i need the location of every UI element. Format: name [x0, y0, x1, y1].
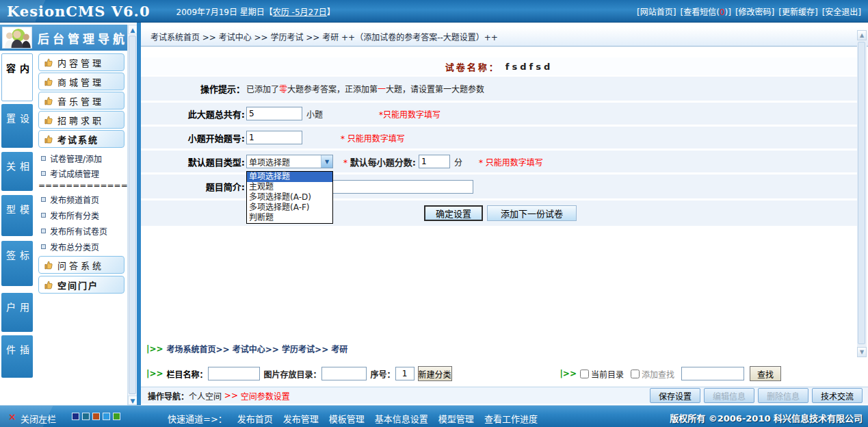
- submenu-exam-scores[interactable]: 考试成绩管理: [41, 168, 99, 179]
- lower-breadcrumb: |>> 考场系统首页>> 考试中心>> 学历考试>> 考研: [146, 343, 347, 354]
- main-scrollbar[interactable]: ▲ ▼: [857, 30, 867, 357]
- tip-row: 操作提示： 已添加了零大题参考答案，正添加第一大题，请设置第一大题参数: [141, 77, 857, 101]
- score-label: * 默认每小题分数:: [343, 155, 416, 168]
- refresh-cache-link[interactable]: [更新缓存]: [778, 5, 817, 17]
- sidebar-scrollbar[interactable]: ▲ ▼: [127, 25, 137, 405]
- dropdown-option-true-false[interactable]: 判断题: [247, 213, 332, 223]
- menu-mall-management[interactable]: 商城管理: [38, 73, 124, 90]
- quick-link-work-progress[interactable]: 查看工作进度: [484, 412, 538, 425]
- order-label: 序号：: [371, 368, 395, 380]
- sidebar-tab-tags[interactable]: 标签: [1, 241, 33, 286]
- submenu-paper-management[interactable]: 试卷管理/添加: [41, 153, 102, 164]
- bullet-icon: [41, 156, 46, 161]
- delete-info-button[interactable]: 删除信息: [758, 388, 808, 403]
- total-questions-input[interactable]: [246, 107, 302, 120]
- score-input[interactable]: [419, 155, 450, 168]
- start-number-row: 小题开始题号: * 只能用数字填写: [141, 127, 857, 148]
- lunar-date-link[interactable]: 农历 -5月27日: [273, 8, 327, 17]
- select-arrow-icon[interactable]: ▼: [321, 155, 332, 168]
- tip-text: 已添加了零大题参考答案，正添加第一大题，请设置第一大题参数: [246, 83, 484, 94]
- bullet-icon: [41, 244, 46, 249]
- operation-nav-separator: >>: [222, 391, 241, 400]
- site-home-link[interactable]: [网站首页]: [637, 5, 676, 17]
- theme-swatch-green[interactable]: [113, 413, 120, 420]
- start-number-input[interactable]: [246, 131, 302, 144]
- operation-nav-bar: 操作导航： 个人空间 >> 空间参数设置 保存设置 编辑信息 删除信息 技术交流: [141, 387, 868, 404]
- score-unit: 分: [454, 156, 462, 168]
- personal-space-link[interactable]: 个人空间: [189, 390, 222, 402]
- question-type-select[interactable]: 单项选择题 ▼: [246, 155, 333, 168]
- submenu-publish-all-categories[interactable]: 发布所有分类: [41, 209, 99, 221]
- save-settings-button[interactable]: 保存设置: [650, 388, 700, 403]
- close-left-panel-link[interactable]: 关闭左栏: [21, 412, 56, 425]
- search-button[interactable]: 查找: [750, 366, 781, 381]
- menu-qa-system[interactable]: 问答系统: [38, 256, 124, 274]
- theme-swatch-orange[interactable]: [92, 413, 100, 420]
- edit-info-button[interactable]: 编辑信息: [704, 388, 754, 403]
- scroll-down-icon[interactable]: ▼: [128, 396, 137, 405]
- sidebar-scrollbar-thumb[interactable]: [129, 36, 136, 394]
- submenu-publish-total-category[interactable]: 发布总分类页: [41, 241, 99, 253]
- scroll-down-icon[interactable]: ▼: [857, 347, 867, 357]
- sidebar-tab-plugins[interactable]: 插件: [1, 335, 33, 378]
- theme-swatches: [72, 413, 120, 420]
- theme-swatch-navy[interactable]: [72, 413, 79, 420]
- operation-nav-label: 操作导航：: [148, 390, 189, 402]
- menu-exam-system[interactable]: 考试系统: [38, 130, 124, 148]
- theme-swatch-blue[interactable]: [103, 413, 110, 420]
- menu-space-portal[interactable]: 空间门户: [38, 276, 124, 294]
- green-arrow-icon: |>>: [146, 344, 163, 354]
- sidebar-tab-users[interactable]: 用户: [1, 293, 33, 332]
- thumb-up-icon: [44, 116, 53, 125]
- order-input[interactable]: [395, 367, 415, 380]
- menu-music-management[interactable]: 音乐管理: [38, 92, 124, 109]
- close-icon[interactable]: ×: [8, 411, 16, 422]
- menu-recruitment[interactable]: 招聘求职: [38, 111, 124, 129]
- quick-links: 快速通道=>： 发布首页 发布管理 模板管理 基本信息设置 模型管理 查看工作进…: [168, 412, 538, 425]
- confirm-settings-button[interactable]: 确定设置: [424, 205, 483, 221]
- sidebar-tab-models[interactable]: 模型: [1, 195, 33, 236]
- dropdown-option-multi-af[interactable]: 多项选择题(A-F): [247, 203, 332, 213]
- total-questions-note: *只能用数字填写: [379, 108, 440, 120]
- dropdown-option-single-choice[interactable]: 单项选择题: [247, 172, 332, 182]
- dropdown-option-multi-ad[interactable]: 多项选择题(A-D): [247, 192, 332, 203]
- image-dir-input[interactable]: [321, 367, 367, 380]
- quick-link-model-management[interactable]: 模型管理: [438, 412, 474, 425]
- submenu-publish-all-papers[interactable]: 发布所有试卷页: [41, 225, 107, 237]
- category-name-input[interactable]: [208, 367, 260, 380]
- score-note: * 只能用数字填写: [479, 156, 543, 168]
- sidebar-tab-related[interactable]: 相关: [1, 152, 33, 191]
- quick-link-publish-management[interactable]: 发布管理: [283, 412, 319, 425]
- quick-link-publish-home[interactable]: 发布首页: [237, 412, 273, 425]
- sidebar-title: 后台管理导航: [38, 29, 128, 47]
- theme-swatch-teal[interactable]: [82, 413, 90, 420]
- sidebar-tab-settings[interactable]: 设置: [1, 104, 33, 148]
- logout-link[interactable]: [安全退出]: [822, 5, 861, 17]
- space-params-link[interactable]: 空间参数设置: [241, 390, 290, 402]
- paper-name-label: 试卷名称：: [445, 60, 500, 73]
- start-number-note: * 只能用数字填写: [341, 132, 405, 144]
- new-category-button[interactable]: 新建分类: [418, 366, 452, 381]
- quick-link-basic-info-settings[interactable]: 基本信息设置: [375, 412, 428, 425]
- main-scrollbar-thumb[interactable]: [858, 42, 865, 344]
- start-number-label: 小题开始题号:: [141, 131, 245, 144]
- add-search-checkbox[interactable]: [631, 370, 640, 378]
- thumb-up-icon: [44, 261, 53, 270]
- submenu-publish-channel-home[interactable]: 发布频道首页: [41, 194, 99, 205]
- scroll-up-icon[interactable]: ▲: [857, 30, 867, 40]
- bullet-icon: [41, 229, 46, 233]
- current-directory-checkbox[interactable]: [580, 370, 589, 378]
- copyright-text: 版权所有 ©2006-2010 科兴信息技术有限公司: [670, 411, 863, 424]
- sidebar-tab-content[interactable]: 内容: [1, 53, 33, 101]
- tech-exchange-button[interactable]: 技术交流: [812, 388, 863, 403]
- add-next-paper-button[interactable]: 添加下一份试卷: [487, 205, 577, 221]
- view-messages-link[interactable]: [查看短信(0)]: [680, 5, 731, 17]
- scroll-up-icon[interactable]: ▲: [128, 25, 137, 34]
- dropdown-option-subjective[interactable]: 主观题: [247, 182, 332, 192]
- change-password-link[interactable]: [修改密码]: [735, 5, 774, 17]
- search-input[interactable]: [681, 367, 744, 380]
- thumb-up-icon: [44, 281, 53, 289]
- current-directory-label: 当前目录: [591, 368, 624, 380]
- quick-link-template-management[interactable]: 模板管理: [329, 412, 365, 425]
- menu-content-management[interactable]: 内容管理: [38, 53, 124, 71]
